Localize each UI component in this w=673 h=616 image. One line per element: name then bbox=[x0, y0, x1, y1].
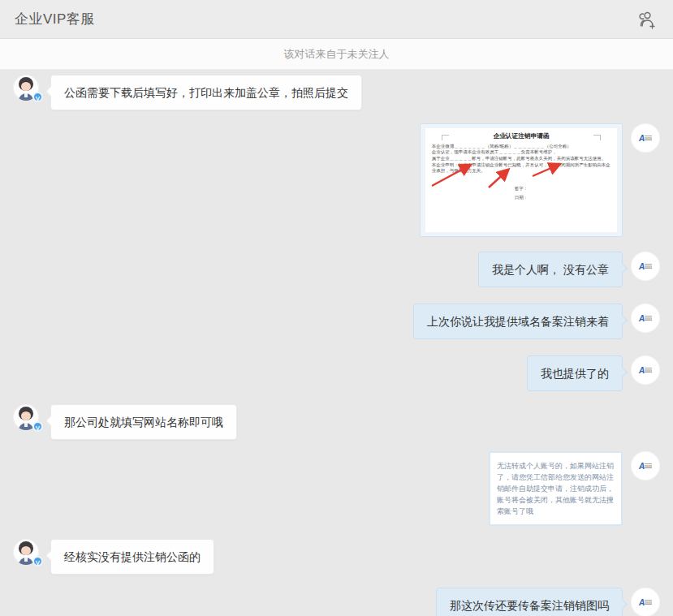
verified-badge-icon: V bbox=[32, 556, 43, 566]
message-row: V公函需要下载后填写好，打印出来加盖公章，拍照后提交 bbox=[13, 75, 660, 110]
avatar-collar-shape bbox=[24, 558, 28, 562]
message-row: 无法转成个人账号的，如果网站注销了，请您凭工信部给您发送的网站注销邮件自助提交申… bbox=[13, 451, 660, 526]
screenshot-image-message[interactable]: 无法转成个人账号的，如果网站注销了，请您凭工信部给您发送的网站注销邮件自助提交申… bbox=[489, 451, 623, 526]
document-page: 企业认证注销申请函本企业微博＿＿＿＿＿＿＿（简称/昵称）＿＿＿＿＿＿＿（公司全称… bbox=[425, 128, 617, 232]
chat-area: V公函需要下载后填写好，打印出来加盖公章，拍照后提交企业认证注销申请函本企业微博… bbox=[0, 70, 673, 616]
message-row: 我是个人啊， 没有公章A bbox=[13, 252, 660, 287]
message-bubble: 公函需要下载后填写好，打印出来加盖公章，拍照后提交 bbox=[50, 75, 362, 110]
agent-avatar[interactable]: V bbox=[13, 75, 39, 101]
document-content: 企业认证注销申请函本企业微博＿＿＿＿＿＿＿（简称/昵称）＿＿＿＿＿＿＿（公司全称… bbox=[425, 128, 617, 201]
user-logo-letter: A bbox=[639, 598, 644, 607]
message-text: 上次你说让我提供域名备案注销来着 bbox=[427, 315, 609, 328]
document-line: 属于企业＿＿＿＿＿帐号，申请注销帐号，此帐号将永久关闭，关闭后该帐号无法使用。 bbox=[432, 156, 611, 162]
message-bubble: 我是个人啊， 没有公章 bbox=[478, 252, 623, 287]
message-text: 我也提供了的 bbox=[541, 367, 609, 380]
verified-badge-icon: V bbox=[32, 421, 43, 432]
user-logo-marks-icon bbox=[645, 316, 652, 321]
user-logo-marks-icon bbox=[645, 600, 652, 605]
message-text: 经核实没有提供注销公函的 bbox=[64, 550, 201, 563]
user-logo-letter: A bbox=[639, 462, 644, 471]
message-text: 公函需要下载后填写好，打印出来加盖公章，拍照后提交 bbox=[64, 86, 348, 99]
message-row: V那公司处就填写网站名称即可哦 bbox=[13, 404, 660, 440]
agent-avatar[interactable]: V bbox=[13, 404, 39, 430]
avatar-collar-shape bbox=[24, 423, 28, 427]
verified-badge-icon: V bbox=[32, 92, 43, 102]
avatar-face-shape bbox=[21, 546, 31, 555]
user-logo-letter: A bbox=[639, 366, 644, 375]
chat-header: 企业VIP客服 bbox=[0, 0, 673, 39]
signature-label: 签字： bbox=[432, 186, 611, 192]
user-avatar[interactable]: A bbox=[631, 123, 660, 153]
message-row: 上次你说让我提供域名备案注销来着A bbox=[13, 304, 660, 339]
document-line: 本企业申明：对本次申请注销企业帐号已知晓，并且认可，所有关闭期间所产生影响由本企… bbox=[432, 162, 611, 174]
user-logo-marks-icon bbox=[645, 136, 652, 140]
unfollowed-notice-bar: 该对话来自于未关注人 bbox=[0, 39, 673, 70]
user-avatar[interactable]: A bbox=[631, 355, 660, 385]
document-title: 企业认证注销申请函 bbox=[432, 133, 611, 140]
user-logo-letter: A bbox=[639, 262, 644, 271]
message-text: 那公司处就填写网站名称即可哦 bbox=[64, 416, 223, 429]
message-text: 那这次传还要传备案注销销图吗 bbox=[450, 599, 609, 612]
avatar-collar-shape bbox=[24, 93, 28, 97]
user-avatar[interactable]: A bbox=[631, 252, 660, 281]
document-image-message[interactable]: 企业认证注销申请函本企业微博＿＿＿＿＿＿＿（简称/昵称）＿＿＿＿＿＿＿（公司全称… bbox=[420, 123, 623, 237]
message-row: V经核实没有提供注销公函的 bbox=[13, 539, 660, 575]
date-label: 日期： bbox=[432, 195, 611, 201]
notice-text: 该对话来自于未关注人 bbox=[284, 47, 390, 62]
user-logo-marks-icon bbox=[645, 463, 652, 468]
user-avatar[interactable]: A bbox=[631, 588, 660, 616]
message-bubble: 经核实没有提供注销公函的 bbox=[50, 539, 214, 575]
screenshot-text: 无法转成个人账号的，如果网站注销了，请您凭工信部给您发送的网站注销邮件自助提交申… bbox=[497, 462, 614, 515]
user-logo-marks-icon bbox=[645, 368, 652, 373]
user-avatar[interactable]: A bbox=[631, 304, 660, 333]
message-row: 企业认证注销申请函本企业微博＿＿＿＿＿＿＿（简称/昵称）＿＿＿＿＿＿＿（公司全称… bbox=[13, 123, 660, 237]
user-logo-marks-icon bbox=[645, 264, 652, 269]
message-bubble: 上次你说让我提供域名备案注销来着 bbox=[413, 304, 623, 339]
message-row: 那这次传还要传备案注销销图吗A bbox=[13, 588, 660, 616]
page-title: 企业VIP客服 bbox=[15, 10, 95, 28]
message-row: 我也提供了的A bbox=[13, 355, 660, 391]
chat-window: 企业VIP客服 该对话来自于未关注人 V公函需要下载后填写好，打印出来加盖公章，… bbox=[0, 0, 673, 616]
user-logo-letter: A bbox=[639, 134, 644, 143]
agent-avatar[interactable]: V bbox=[13, 539, 39, 565]
message-text: 我是个人啊， 没有公章 bbox=[492, 263, 609, 276]
message-bubble: 那公司处就填写网站名称即可哦 bbox=[50, 404, 237, 440]
document-line: 本企业微博＿＿＿＿＿＿＿（简称/昵称）＿＿＿＿＿＿＿（公司全称） bbox=[432, 143, 611, 149]
message-bubble: 我也提供了的 bbox=[527, 355, 623, 391]
user-avatar[interactable]: A bbox=[631, 451, 660, 480]
add-contact-button[interactable] bbox=[634, 9, 658, 30]
avatar-face-shape bbox=[21, 82, 31, 91]
user-logo-letter: A bbox=[639, 314, 644, 323]
avatar-face-shape bbox=[21, 411, 31, 420]
person-add-icon bbox=[636, 10, 657, 29]
message-bubble: 那这次传还要传备案注销销图吗 bbox=[436, 588, 623, 616]
document-line: 企业认证，现申请本企业有效员工＿＿＿＿＿负责本帐号维护， bbox=[432, 149, 611, 156]
